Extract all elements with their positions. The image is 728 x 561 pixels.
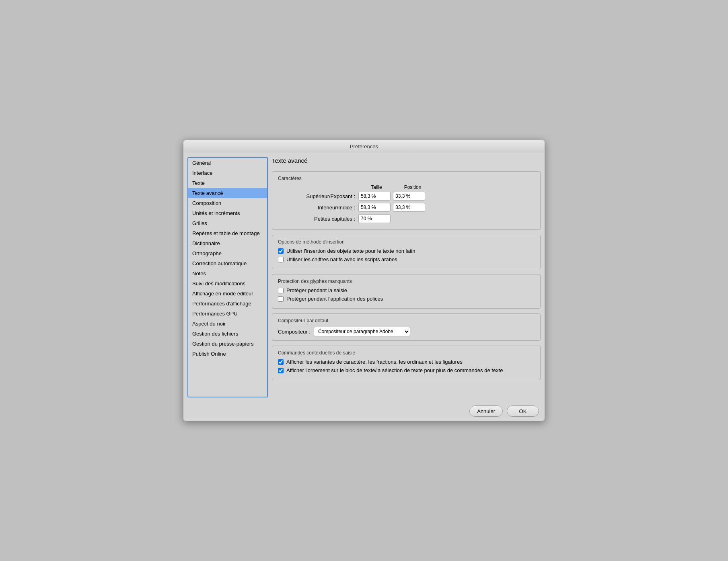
panel-protection-glyphes: Protection des glyphes manquants Protége… — [272, 274, 541, 309]
sidebar-item-unites[interactable]: Unités et incréments — [188, 208, 267, 218]
cb-ornement-label: Afficher l'ornement sur le bloc de texte… — [286, 367, 503, 373]
legend-commandes-contextuelles: Commandes contextuelles de saisie — [278, 350, 535, 356]
chars-label-2: Petites capitales : — [278, 216, 358, 222]
sidebar-item-gestion-fichiers[interactable]: Gestion des fichiers — [188, 329, 267, 339]
chars-position-input-0[interactable] — [393, 192, 425, 201]
cb-proteger-polices[interactable] — [278, 296, 284, 302]
cb-ornement[interactable] — [278, 368, 284, 373]
compositeur-label: Compositeur : — [278, 329, 311, 335]
sidebar-item-perf-gpu[interactable]: Performances GPU — [188, 309, 267, 319]
checkbox-row-1: Protéger pendant l'application des polic… — [278, 296, 535, 302]
sidebar: GénéralInterfaceTexteTexte avancéComposi… — [187, 157, 268, 397]
header-taille: Taille — [358, 184, 395, 190]
sidebar-item-publish-online[interactable]: Publish Online — [188, 349, 267, 359]
sidebar-item-aspect-noir[interactable]: Aspect du noir — [188, 319, 267, 329]
compositeur-select[interactable]: Compositeur de paragraphe AdobeComposite… — [314, 327, 410, 336]
panel-commandes-contextuelles: Commandes contextuelles de saisie Affich… — [272, 346, 541, 380]
window-body: GénéralInterfaceTexteTexte avancéComposi… — [183, 153, 545, 401]
legend-caracteres: Caractères — [278, 176, 535, 181]
sidebar-item-general[interactable]: Général — [188, 158, 267, 168]
chars-row-0: Supérieur/Exposant : — [278, 192, 535, 201]
checkbox-row-1: Utiliser les chiffres natifs avec les sc… — [278, 256, 535, 262]
cb-proteger-saisie-label: Protéger pendant la saisie — [286, 287, 347, 293]
cb-insertion-non-latin-label: Utiliser l'insertion des objets texte po… — [286, 248, 415, 254]
sidebar-item-reperes[interactable]: Repères et table de montage — [188, 228, 267, 238]
sidebar-item-correction[interactable]: Correction automatique — [188, 258, 267, 268]
sidebar-item-interface[interactable]: Interface — [188, 168, 267, 178]
cb-variantes[interactable] — [278, 359, 284, 365]
page-title: Texte avancé — [272, 157, 541, 164]
checkbox-row-0: Protéger pendant la saisie — [278, 287, 535, 293]
chars-headers: Taille Position — [358, 184, 535, 190]
cb-chiffres-natifs[interactable] — [278, 257, 284, 262]
sidebar-item-dictionnaire[interactable]: Dictionnaire — [188, 238, 267, 248]
cb-proteger-polices-label: Protéger pendant l'application des polic… — [286, 296, 383, 302]
panel-options-insertion: Options de méthode d'insertion Utiliser … — [272, 235, 541, 269]
compositeur-row: Compositeur : Compositeur de paragraphe … — [278, 327, 535, 336]
chars-taille-input-0[interactable] — [358, 192, 391, 201]
sidebar-item-texte-avance[interactable]: Texte avancé — [188, 188, 267, 198]
checkbox-row-1: Afficher l'ornement sur le bloc de texte… — [278, 367, 535, 373]
cb-insertion-non-latin[interactable] — [278, 248, 284, 254]
chars-row-2: Petites capitales : — [278, 214, 535, 223]
ok-button[interactable]: OK — [507, 405, 539, 417]
sidebar-item-composition[interactable]: Composition — [188, 198, 267, 208]
protection-glyphes-checkboxes: Protéger pendant la saisieProtéger penda… — [278, 287, 535, 302]
legend-compositeur: Compositeur par défaut — [278, 318, 535, 323]
header-position: Position — [395, 184, 431, 190]
chars-row-1: Inférieur/Indice : — [278, 203, 535, 212]
sidebar-item-texte[interactable]: Texte — [188, 178, 267, 188]
legend-options-insertion: Options de méthode d'insertion — [278, 239, 535, 245]
sidebar-item-orthographe[interactable]: Orthographe — [188, 248, 267, 258]
legend-protection-glyphes: Protection des glyphes manquants — [278, 278, 535, 284]
chars-taille-input-2[interactable] — [358, 214, 391, 223]
sidebar-item-affichage-editeur[interactable]: Affichage en mode éditeur — [188, 289, 267, 299]
window-title: Préférences — [350, 143, 378, 149]
chars-label-0: Supérieur/Exposant : — [278, 193, 358, 199]
chars-taille-input-1[interactable] — [358, 203, 391, 212]
panel-caracteres: Caractères Taille Position Supérieur/Exp… — [272, 171, 541, 230]
title-bar: Préférences — [183, 140, 545, 153]
main-content: Texte avancé Caractères Taille Position … — [272, 157, 541, 397]
options-insertion-checkboxes: Utiliser l'insertion des objets texte po… — [278, 248, 535, 262]
chars-label-1: Inférieur/Indice : — [278, 205, 358, 211]
sidebar-item-gestion-presse[interactable]: Gestion du presse-papiers — [188, 339, 267, 349]
footer: Annuler OK — [183, 401, 545, 421]
cb-variantes-label: Afficher les variantes de caractère, les… — [286, 359, 463, 365]
chars-rows: Supérieur/Exposant :Inférieur/Indice :Pe… — [278, 192, 535, 223]
commandes-contextuelles-checkboxes: Afficher les variantes de caractère, les… — [278, 359, 535, 373]
cancel-button[interactable]: Annuler — [469, 405, 503, 417]
cb-proteger-saisie[interactable] — [278, 288, 284, 293]
sidebar-item-suivi[interactable]: Suivi des modifications — [188, 278, 267, 289]
sidebar-item-grilles[interactable]: Grilles — [188, 218, 267, 228]
chars-position-input-1[interactable] — [393, 203, 425, 212]
sidebar-item-notes[interactable]: Notes — [188, 268, 267, 278]
sidebar-item-perf-affichage[interactable]: Performances d'affichage — [188, 299, 267, 309]
cb-chiffres-natifs-label: Utiliser les chiffres natifs avec les sc… — [286, 256, 397, 262]
preferences-window: Préférences GénéralInterfaceTexteTexte a… — [183, 140, 545, 421]
checkbox-row-0: Utiliser l'insertion des objets texte po… — [278, 248, 535, 254]
panel-compositeur: Compositeur par défaut Compositeur : Com… — [272, 313, 541, 341]
checkbox-row-0: Afficher les variantes de caractère, les… — [278, 359, 535, 365]
